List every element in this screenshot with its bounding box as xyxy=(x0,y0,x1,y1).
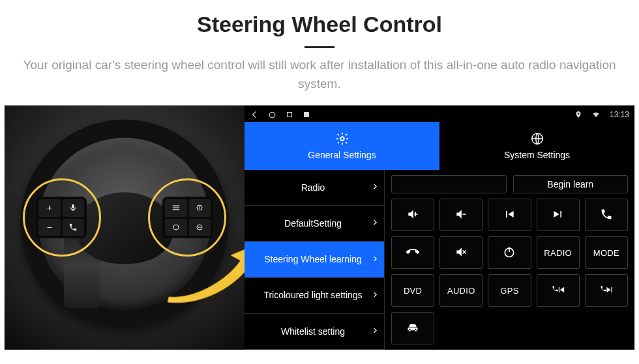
menu-item-steering-wheel-learning[interactable]: Steering Wheel learning xyxy=(245,242,384,277)
tab-general-settings[interactable]: General Settings xyxy=(245,122,439,170)
swc-dvd-button[interactable]: DVD xyxy=(391,274,434,307)
vol-down-icon xyxy=(454,208,468,223)
svg-point-3 xyxy=(269,112,275,118)
wifi-icon xyxy=(591,111,601,119)
swc-next-button[interactable] xyxy=(537,199,580,231)
swc-vol-up-button[interactable] xyxy=(391,199,434,231)
swc-phone-prev-button[interactable] xyxy=(537,274,580,307)
wheel-btn-right-icon xyxy=(189,219,211,236)
begin-learn-button[interactable]: Begin learn xyxy=(513,175,629,193)
wheel-btn-voice-icon xyxy=(63,199,85,217)
swc-power-button[interactable] xyxy=(488,236,531,269)
headunit-screen: 13:13 General Settings xyxy=(245,105,634,350)
tab-label: System Settings xyxy=(504,150,570,160)
android-status-bar: 13:13 xyxy=(245,107,634,122)
phone-icon xyxy=(599,208,614,223)
mute-icon xyxy=(454,245,468,260)
swc-gps-button[interactable]: GPS xyxy=(488,274,531,307)
tab-label: General Settings xyxy=(308,150,376,160)
svg-point-6 xyxy=(340,137,344,141)
menu-item-label: Radio xyxy=(301,182,325,193)
swc-phone-button[interactable] xyxy=(585,199,628,231)
swc-phone-next-button[interactable] xyxy=(585,274,628,307)
menu-item-whitelist-setting[interactable]: Whitelist setting xyxy=(245,314,384,350)
swc-prev-button[interactable] xyxy=(488,199,531,231)
chevron-right-icon xyxy=(372,182,378,194)
wheel-button-cluster-right xyxy=(162,197,213,238)
svg-rect-4 xyxy=(288,113,292,117)
chevron-right-icon xyxy=(372,217,378,230)
swc-button-grid: RADIOMODEDVDAUDIOGPS xyxy=(391,199,628,344)
learning-panel: Begin learn RADIOMODEDVDAUDIOGPS xyxy=(385,170,634,350)
phone-prev-icon xyxy=(551,283,565,298)
settings-menu: RadioDefaultSettingSteering Wheel learni… xyxy=(245,170,385,350)
wheel-btn-src-icon xyxy=(165,199,187,217)
car-icon xyxy=(406,321,420,336)
steering-wheel-photo: + − xyxy=(5,105,245,350)
phone-next-icon xyxy=(599,283,614,298)
location-icon xyxy=(574,111,582,119)
wheel-btn-left-icon xyxy=(165,219,187,236)
chevron-right-icon xyxy=(372,289,378,301)
menu-item-radio[interactable]: Radio xyxy=(245,170,384,206)
menu-item-label: Tricoloured light settings xyxy=(263,290,362,301)
svg-point-1 xyxy=(173,225,179,230)
nav-back-icon[interactable] xyxy=(250,110,259,119)
svg-rect-5 xyxy=(304,112,309,117)
hangup-icon xyxy=(406,245,420,260)
chevron-right-icon xyxy=(372,253,378,266)
wheel-btn-plus-icon: + xyxy=(38,199,61,217)
nav-recents-icon[interactable] xyxy=(286,111,293,119)
title-divider xyxy=(305,46,334,48)
tab-system-settings[interactable]: System Settings xyxy=(439,122,634,170)
wheel-btn-up-icon xyxy=(189,199,211,217)
power-icon xyxy=(502,245,516,260)
nav-home-icon[interactable] xyxy=(268,111,276,119)
swc-vol-down-button[interactable] xyxy=(439,199,483,231)
menu-item-defaultsetting[interactable]: DefaultSetting xyxy=(245,206,384,242)
swc-mute-button[interactable] xyxy=(439,236,483,269)
next-icon xyxy=(551,208,565,223)
menu-item-label: DefaultSetting xyxy=(284,218,342,229)
wheel-button-cluster-left: + − xyxy=(36,197,87,238)
menu-item-label: Steering Wheel learning xyxy=(264,254,361,265)
status-time: 13:13 xyxy=(610,110,629,119)
swc-mode-button[interactable]: MODE xyxy=(585,236,628,269)
swc-car-button[interactable] xyxy=(391,312,434,344)
settings-tabs: General Settings System Settings xyxy=(245,122,634,170)
svg-rect-8 xyxy=(463,214,466,215)
wheel-btn-minus-icon: − xyxy=(38,219,61,236)
swc-radio-button[interactable]: RADIO xyxy=(537,236,580,269)
menu-item-label: Whitelist setting xyxy=(281,326,345,337)
gear-icon xyxy=(335,132,349,146)
prev-icon xyxy=(502,208,516,223)
swc-hangup-button[interactable] xyxy=(391,236,434,269)
screenshot-icon[interactable] xyxy=(303,111,310,119)
page-title: Steering Wheel Control xyxy=(0,12,639,37)
wheel-btn-phone-icon xyxy=(63,219,85,236)
menu-item-tricoloured-light-settings[interactable]: Tricoloured light settings xyxy=(245,278,384,314)
chevron-right-icon xyxy=(372,325,378,337)
vol-up-icon xyxy=(406,208,420,223)
content-row: + − xyxy=(4,105,635,350)
swc-audio-button[interactable]: AUDIO xyxy=(439,274,483,307)
clear-button[interactable] xyxy=(391,175,507,193)
page-subtitle: Your original car's steering wheel contr… xyxy=(0,56,639,93)
globe-icon xyxy=(530,132,544,146)
